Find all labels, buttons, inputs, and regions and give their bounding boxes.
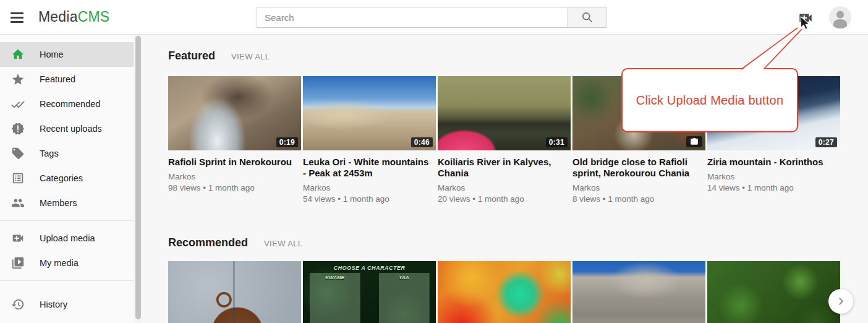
sidebar-item-label: Recommended [40,99,100,109]
search-input[interactable] [257,7,568,28]
thumbnail-text: YAA [399,275,409,280]
media-card[interactable]: 0:31 Koiliaris River in Kalyves, Chania … [438,76,571,204]
media-card[interactable]: 0:46 Leuka Ori - White mountains - Peak … [303,76,436,204]
sidebar-item-home[interactable]: Home [0,42,134,67]
sidebar-item-featured[interactable]: Featured [0,67,134,92]
sidebar-item-label: Upload media [40,233,95,243]
duration-badge: 0:46 [411,137,433,147]
camera-icon [690,137,699,146]
search-button[interactable] [568,7,606,28]
upload-media-icon [798,10,814,26]
thumbnail-text: KWAME [325,275,344,280]
sidebar-divider [0,280,134,281]
categories-icon [11,171,25,185]
chevron-right-icon [835,296,846,307]
carousel-next-button[interactable] [828,289,853,314]
tag-icon [11,147,25,160]
media-title[interactable]: Leuka Ori - White mountains - Peak at 24… [303,157,431,179]
scrollbar-thumb[interactable] [135,36,141,319]
thumbnail-text: CHOOSE A CHARACTER [334,265,406,271]
video-thumbnail[interactable] [168,261,301,323]
person-icon [829,6,851,28]
sidebar-item-my-media[interactable]: My media [0,251,134,275]
sidebar-item-label: My media [40,258,79,268]
section-title: Recommended [168,236,248,249]
members-icon [11,196,25,210]
section-title: Featured [168,50,215,62]
tour-callout: Click Upload Media button [621,68,798,132]
media-title[interactable]: Rafioli Sprint in Nerokourou [168,157,296,168]
media-title[interactable]: Old bridge close to Rafioli sprint, Nero… [572,157,700,179]
sidebar-item-categories[interactable]: Categories [0,166,134,191]
sidebar-item-label: Featured [40,74,75,84]
media-meta: 14 views • 1 month ago [707,183,840,192]
sidebar-item-label: Recent uploads [40,124,102,134]
media-meta: 8 views • 1 month ago [572,194,705,204]
media-card[interactable] [438,261,571,323]
search-form [257,7,606,28]
video-thumbnail[interactable] [438,261,571,323]
media-card[interactable] [572,261,705,323]
sidebar-item-label: Members [40,198,77,208]
search-icon [581,11,594,24]
user-avatar[interactable] [829,6,851,28]
star-icon [11,72,25,86]
sidebar-item-history[interactable]: History [0,292,134,317]
featured-view-all-link[interactable]: VIEW ALL [231,52,270,61]
top-bar: MediaCMS [0,0,868,35]
media-author[interactable]: Markos [572,183,705,192]
media-card[interactable]: CHOOSE A CHARACTER KWAME YAA Selected Se… [303,261,436,323]
media-meta: 98 views • 1 month ago [168,183,301,192]
logo-text-media: Media [38,9,78,25]
sidebar-divider [0,220,134,221]
media-author[interactable]: Markos [707,172,840,181]
app-logo[interactable]: MediaCMS [38,9,109,25]
media-author[interactable]: Markos [438,183,571,192]
media-card[interactable]: 0:19 Rafioli Sprint in Nerokourou Markos… [168,76,301,204]
media-title[interactable]: Ziria mountain - Korinthos [707,157,835,168]
media-author[interactable]: Markos [168,172,301,181]
video-thumbnail[interactable]: 0:31 [438,76,571,150]
sidebar-item-label: Categories [40,173,83,183]
sidebar-item-members[interactable]: Members [0,191,134,215]
sidebar-item-tags[interactable]: Tags [0,141,134,166]
video-thumbnail[interactable] [572,261,705,323]
recommended-cards-row: CHOOSE A CHARACTER KWAME YAA Selected Se… [168,261,842,323]
sidebar-item-upload-media[interactable]: Upload media [0,226,134,251]
media-meta: 54 views • 1 month ago [303,194,436,204]
sidebar: Home Featured Recommended Recent uploads… [0,35,134,323]
history-icon [11,298,25,311]
done-all-icon [11,97,25,111]
sidebar-scrollbar [134,35,142,323]
media-title[interactable]: Koiliaris River in Kalyves, Chania [438,157,566,179]
media-card[interactable] [168,261,301,323]
featured-section-header: Featured VIEW ALL [168,50,270,62]
sidebar-item-label: History [40,299,67,309]
video-thumbnail[interactable]: 0:19 [168,76,301,150]
sidebar-item-recommended[interactable]: Recommended [0,92,134,116]
video-thumbnail[interactable]: CHOOSE A CHARACTER KWAME YAA Selected Se… [303,261,436,323]
hamburger-menu-icon[interactable] [11,11,25,24]
sidebar-item-recent-uploads[interactable]: Recent uploads [0,116,134,141]
my-media-icon [11,256,25,270]
media-card[interactable] [707,261,840,323]
media-meta: 20 views • 1 month ago [438,194,571,204]
upload-media-icon [11,231,25,245]
duration-badge: 0:27 [815,137,837,147]
upload-media-button[interactable] [798,10,814,26]
media-author[interactable]: Markos [303,183,436,192]
video-thumbnail[interactable] [707,261,840,323]
duration-badge: 0:19 [276,137,298,147]
sidebar-item-label: Home [40,50,64,59]
video-thumbnail[interactable]: 0:46 [303,76,436,150]
duration-badge: 0:31 [546,137,568,147]
image-media-badge [686,136,702,147]
recommended-section-header: Recommended VIEW ALL [168,236,303,249]
recommended-view-all-link[interactable]: VIEW ALL [264,239,302,248]
new-releases-icon [11,122,25,136]
sidebar-item-label: Tags [40,149,59,158]
tour-callout-text: Click Upload Media button [636,93,783,108]
logo-text-cms: CMS [78,9,110,25]
home-icon [11,48,25,61]
